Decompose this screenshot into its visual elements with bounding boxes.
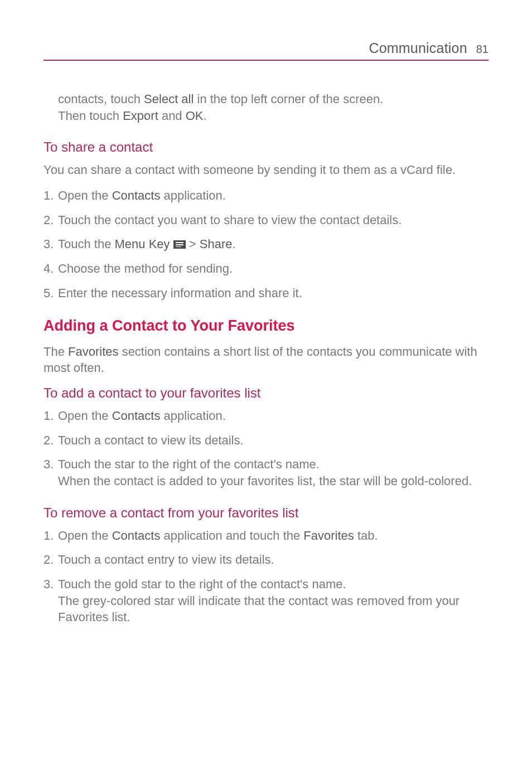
- page-number: 81: [476, 43, 489, 56]
- remove-favorite-steps: 1.Open the Contacts application and touc…: [43, 527, 489, 626]
- step-item: 1.Open the Contacts application.: [43, 408, 489, 424]
- step-number: 2.: [43, 212, 58, 229]
- menu-icon: [173, 240, 186, 249]
- text: contacts, touch: [58, 92, 144, 106]
- text: Choose the method for sending.: [58, 262, 233, 275]
- text: The: [43, 345, 68, 359]
- text: application.: [160, 409, 225, 423]
- share-label: Share: [200, 237, 233, 251]
- export-label: Export: [123, 109, 158, 123]
- contacts-label: Contacts: [112, 409, 161, 423]
- add-favorite-heading: To add a contact to your favorites list: [43, 385, 489, 401]
- text: Touch the contact you want to share to v…: [58, 213, 402, 227]
- text: and: [158, 109, 186, 123]
- text: Open the: [58, 529, 112, 543]
- text: The grey-colored star will indicate that…: [58, 594, 460, 624]
- step-number: 2.: [43, 432, 58, 449]
- step-number: 2.: [43, 551, 58, 568]
- text: Enter the necessary information and shar…: [58, 286, 302, 300]
- menu-key-label: Menu Key: [115, 237, 170, 251]
- share-contact-heading: To share a contact: [43, 139, 489, 155]
- text: application and touch the: [160, 529, 303, 543]
- step-number: 3.: [43, 576, 58, 593]
- add-favorite-steps: 1.Open the Contacts application. 2.Touch…: [43, 408, 489, 490]
- step-item: 1.Open the Contacts application and touc…: [43, 527, 489, 544]
- step-item: 1.Open the Contacts application.: [43, 187, 489, 204]
- step-number: 3.: [43, 456, 58, 473]
- ok-label: OK: [186, 109, 204, 123]
- text: >: [186, 237, 200, 251]
- step-number: 3.: [43, 236, 58, 253]
- text: tab.: [354, 529, 378, 543]
- favorites-lead: The Favorites section contains a short l…: [43, 343, 489, 376]
- text: .: [204, 109, 207, 123]
- step-item: 3.Touch the gold star to the right of th…: [43, 576, 489, 626]
- step-number: 1.: [43, 187, 58, 204]
- step-item: 4.Choose the method for sending.: [43, 260, 489, 277]
- step-item: 2.Touch the contact you want to share to…: [43, 212, 489, 229]
- share-contact-lead: You can share a contact with someone by …: [43, 162, 489, 178]
- text: Touch a contact entry to view its detail…: [58, 553, 274, 567]
- text: .: [233, 237, 236, 251]
- text: Touch the: [58, 237, 115, 251]
- contacts-label: Contacts: [112, 529, 161, 543]
- share-steps: 1.Open the Contacts application. 2.Touch…: [43, 187, 489, 301]
- text: Touch the star to the right of the conta…: [58, 457, 320, 471]
- select-all-label: Select all: [144, 92, 194, 106]
- step-item: 2.Touch a contact entry to view its deta…: [43, 551, 489, 568]
- step-item: 3.Touch the Menu Key > Share.: [43, 236, 489, 253]
- step-item: 3.Touch the star to the right of the con…: [43, 456, 489, 489]
- step-item: 5.Enter the necessary information and sh…: [43, 285, 489, 302]
- step-item: 2.Touch a contact to view its details.: [43, 432, 489, 449]
- favorites-label: Favorites: [303, 529, 354, 543]
- step-number: 5.: [43, 285, 58, 302]
- text: application.: [160, 188, 225, 202]
- header-section-title: Communication: [369, 40, 467, 56]
- step-number: 1.: [43, 408, 58, 424]
- step-number: 1.: [43, 527, 58, 544]
- favorites-heading: Adding a Contact to Your Favorites: [43, 317, 489, 335]
- intro-continuation: contacts, touch Select all in the top le…: [58, 91, 489, 124]
- text: Touch a contact to view its details.: [58, 433, 244, 447]
- text: Open the: [58, 409, 112, 423]
- contacts-label: Contacts: [112, 188, 161, 202]
- text: Open the: [58, 188, 112, 202]
- text: Then touch: [58, 109, 123, 123]
- step-number: 4.: [43, 260, 58, 277]
- text: When the contact is added to your favori…: [58, 474, 472, 488]
- page-header: Communication 81: [43, 40, 489, 61]
- text: Touch the gold star to the right of the …: [58, 577, 346, 591]
- text: in the top left corner of the screen.: [194, 92, 383, 106]
- remove-favorite-heading: To remove a contact from your favorites …: [43, 505, 489, 521]
- page-root: Communication 81 contacts, touch Select …: [0, 0, 532, 626]
- favorites-label: Favorites: [68, 345, 118, 359]
